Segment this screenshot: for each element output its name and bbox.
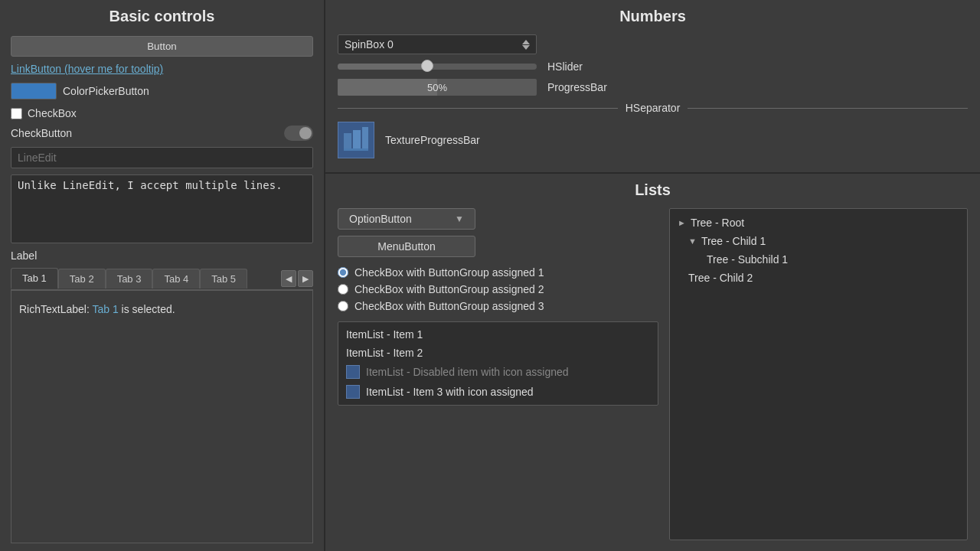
hslider-row: HSlider [338, 60, 968, 73]
rich-text-prefix: RichTextLabel: [19, 303, 92, 315]
progressbar-text-label: ProgressBar [547, 81, 607, 93]
tree-child-2[interactable]: Tree - Child 2 [670, 269, 967, 287]
texture-progress-label: TextureProgressBar [385, 134, 480, 146]
tree-root-label: Tree - Root [691, 217, 744, 229]
left-panel-title: Basic controls [11, 8, 313, 25]
option-button-label: OptionButton [349, 213, 412, 225]
checkbox-row: CheckBox [11, 107, 313, 119]
list-item-2-label: ItemList - Item 2 [346, 347, 423, 359]
link-button[interactable]: LinkButton (hover me for tooltip) [11, 63, 313, 75]
spinbox[interactable]: SpinBox 0 [338, 34, 537, 54]
radio-group: CheckBox with ButtonGroup assigned 1 Che… [338, 266, 658, 312]
hslider-track[interactable] [338, 64, 537, 70]
progressbar-row: 50% ProgressBar [338, 79, 968, 96]
texture-progress-row: TextureProgressBar [338, 122, 968, 158]
tab-nav-buttons: ◀ ▶ [281, 270, 313, 287]
label: Label [11, 249, 313, 262]
hslider-knob[interactable] [421, 60, 433, 72]
line-edit[interactable] [11, 147, 313, 168]
tab-2[interactable]: Tab 2 [58, 269, 106, 289]
item-list: ItemList - Item 1 ItemList - Item 2 Item… [338, 321, 658, 406]
list-item-4[interactable]: ItemList - Item 3 with icon assigned [338, 382, 658, 402]
tree-subchild-1[interactable]: Tree - Subchild 1 [670, 250, 967, 269]
progressbar-track: 50% [338, 79, 537, 96]
tab-prev-button[interactable]: ◀ [281, 270, 296, 287]
lists-inner: OptionButton ▼ MenuButton CheckBox with … [338, 208, 968, 540]
right-panel: Numbers SpinBox 0 HSlider 50% [325, 0, 980, 551]
numbers-title: Numbers [338, 8, 968, 25]
radio-3[interactable] [338, 301, 348, 311]
list-item-3-icon [346, 365, 360, 379]
hseparator-line-left [338, 108, 618, 109]
list-item-1[interactable]: ItemList - Item 1 [338, 325, 658, 344]
hseparator-label: HSeparator [626, 102, 681, 114]
tree-subchild-1-label: Tree - Subchild 1 [707, 253, 788, 266]
numbers-section: Numbers SpinBox 0 HSlider 50% [325, 0, 980, 174]
lists-title: Lists [338, 181, 968, 199]
tree-panel: ► Tree - Root ▼ Tree - Child 1 Tree - Su… [669, 208, 968, 540]
list-item-3: ItemList - Disabled item with icon assig… [338, 362, 658, 382]
menu-button[interactable]: MenuButton [338, 236, 475, 257]
radio-row-1: CheckBox with ButtonGroup assigned 1 [338, 266, 658, 279]
lists-section: Lists OptionButton ▼ MenuButton CheckBox… [325, 174, 980, 551]
tab-next-button[interactable]: ▶ [298, 270, 313, 287]
list-item-1-label: ItemList - Item 1 [346, 328, 423, 341]
progressbar-label: 50% [338, 79, 537, 96]
svg-rect-2 [362, 127, 368, 148]
checkbox-label: CheckBox [28, 107, 77, 119]
color-picker-row: ColorPickerButton [11, 83, 313, 99]
radio-label-1: CheckBox with ButtonGroup assigned 1 [354, 266, 544, 279]
option-button[interactable]: OptionButton ▼ [338, 208, 475, 230]
tree-child-1-label: Tree - Child 1 [701, 235, 766, 247]
svg-rect-3 [344, 148, 368, 151]
color-swatch[interactable] [11, 83, 57, 99]
spinbox-up-arrow[interactable] [522, 40, 530, 44]
tab-4[interactable]: Tab 4 [152, 269, 200, 289]
radio-row-3: CheckBox with ButtonGroup assigned 3 [338, 300, 658, 312]
tree-child-1-arrow: ▼ [688, 236, 697, 246]
radio-label-2: CheckBox with ButtonGroup assigned 2 [354, 283, 544, 295]
tab-content: RichTextLabel: Tab 1 is selected. [11, 291, 313, 543]
check-button-label: CheckButton [11, 127, 72, 139]
hseparator-line-right [688, 108, 968, 109]
toggle-knob [299, 127, 312, 139]
option-button-arrow: ▼ [455, 214, 464, 224]
menu-button-label: MenuButton [377, 240, 436, 253]
hslider-label: HSlider [547, 60, 583, 73]
radio-1[interactable] [338, 267, 348, 278]
radio-label-3: CheckBox with ButtonGroup assigned 3 [354, 300, 544, 312]
hslider-fill [338, 64, 427, 70]
hseparator-row: HSeparator [338, 102, 968, 114]
radio-2[interactable] [338, 284, 348, 295]
list-item-2[interactable]: ItemList - Item 2 [338, 344, 658, 362]
texture-progress-icon [338, 122, 374, 158]
text-edit[interactable]: Unlike LineEdit, I accept multiple lines… [11, 174, 313, 243]
lists-left: OptionButton ▼ MenuButton CheckBox with … [338, 208, 658, 540]
tree-child-2-label: Tree - Child 2 [688, 272, 753, 284]
toggle-switch[interactable] [284, 126, 313, 141]
rich-text-suffix: is selected. [119, 303, 175, 315]
button[interactable]: Button [11, 36, 313, 57]
spinbox-down-arrow[interactable] [522, 45, 530, 50]
tabs-row: Tab 1 Tab 2 Tab 3 Tab 4 Tab 5 ◀ ▶ [11, 268, 313, 291]
rich-text-label: RichTextLabel: Tab 1 is selected. [19, 303, 305, 315]
left-panel: Basic controls Button LinkButton (hover … [0, 0, 325, 551]
radio-row-2: CheckBox with ButtonGroup assigned 2 [338, 283, 658, 295]
spinbox-arrows [522, 40, 530, 50]
check-button-row: CheckButton [11, 126, 313, 141]
tab-3[interactable]: Tab 3 [106, 269, 153, 289]
tab-1[interactable]: Tab 1 [11, 268, 58, 289]
svg-rect-0 [344, 133, 351, 148]
checkbox[interactable] [11, 108, 22, 119]
rich-text-highlight: Tab 1 [92, 303, 118, 315]
tab-5[interactable]: Tab 5 [200, 269, 247, 289]
spinbox-label: SpinBox 0 [345, 38, 394, 51]
list-item-4-label: ItemList - Item 3 with icon assigned [366, 386, 534, 398]
tree-root-arrow: ► [678, 218, 686, 227]
svg-rect-1 [353, 130, 361, 148]
tree-child-1[interactable]: ▼ Tree - Child 1 [670, 232, 967, 250]
color-picker-label: ColorPickerButton [63, 85, 149, 97]
spinbox-row: SpinBox 0 [338, 34, 968, 54]
list-item-4-icon [346, 385, 360, 399]
tree-root[interactable]: ► Tree - Root [670, 214, 967, 232]
